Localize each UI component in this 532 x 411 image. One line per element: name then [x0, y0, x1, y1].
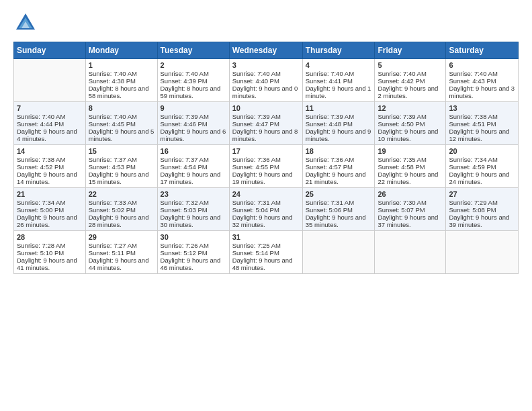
calendar-cell	[302, 231, 375, 274]
day-number: 5	[378, 61, 443, 69]
calendar-cell: 10Sunrise: 7:39 AMSunset: 4:47 PMDayligh…	[229, 102, 302, 145]
day-number: 2	[161, 61, 226, 69]
day-number: 10	[232, 104, 300, 112]
sunset: Sunset: 4:38 PM	[89, 77, 136, 85]
day-number: 8	[89, 104, 154, 112]
calendar-cell: 27Sunrise: 7:29 AMSunset: 5:08 PMDayligh…	[446, 188, 519, 231]
calendar-cell: 23Sunrise: 7:32 AMSunset: 5:03 PMDayligh…	[157, 188, 229, 231]
calendar-cell: 28Sunrise: 7:28 AMSunset: 5:10 PMDayligh…	[14, 231, 86, 274]
calendar-week-row: 14Sunrise: 7:38 AMSunset: 4:52 PMDayligh…	[14, 145, 519, 188]
sunrise: Sunrise: 7:40 AM	[449, 70, 497, 77]
calendar-header-row: SundayMondayTuesdayWednesdayThursdayFrid…	[14, 42, 519, 59]
sunset: Sunset: 4:44 PM	[17, 120, 64, 128]
daylight-hours: Daylight: 9 hours and 9 minutes.	[306, 128, 371, 142]
sunrise: Sunrise: 7:35 AM	[378, 156, 426, 163]
daylight-hours: Daylight: 9 hours and 35 minutes.	[306, 214, 366, 228]
daylight-hours: Daylight: 9 hours and 28 minutes.	[89, 214, 149, 228]
sunset: Sunset: 4:57 PM	[306, 163, 353, 171]
calendar-header-tuesday: Tuesday	[157, 42, 229, 59]
sunset: Sunset: 4:48 PM	[306, 120, 353, 128]
calendar-header-friday: Friday	[375, 42, 446, 59]
day-number: 6	[449, 61, 515, 69]
daylight-hours: Daylight: 9 hours and 3 minutes.	[449, 85, 515, 99]
sunset: Sunset: 4:55 PM	[232, 163, 279, 171]
calendar-cell: 12Sunrise: 7:39 AMSunset: 4:50 PMDayligh…	[375, 102, 446, 145]
calendar-cell: 21Sunrise: 7:34 AMSunset: 5:00 PMDayligh…	[14, 188, 86, 231]
sunrise: Sunrise: 7:39 AM	[306, 113, 354, 120]
sunset: Sunset: 4:54 PM	[161, 163, 208, 171]
sunrise: Sunrise: 7:38 AM	[17, 156, 65, 163]
sunrise: Sunrise: 7:27 AM	[89, 242, 137, 249]
header	[13, 11, 519, 35]
daylight-hours: Daylight: 9 hours and 19 minutes.	[232, 171, 293, 185]
daylight-hours: Daylight: 9 hours and 0 minutes.	[232, 85, 298, 99]
sunrise: Sunrise: 7:32 AM	[161, 199, 209, 206]
sunrise: Sunrise: 7:40 AM	[378, 70, 426, 77]
sunset: Sunset: 5:04 PM	[232, 206, 279, 214]
sunrise: Sunrise: 7:34 AM	[449, 156, 497, 163]
day-number: 22	[89, 190, 154, 198]
sunset: Sunset: 4:39 PM	[161, 77, 208, 85]
sunrise: Sunrise: 7:40 AM	[89, 70, 137, 77]
sunset: Sunset: 4:47 PM	[232, 120, 279, 128]
sunrise: Sunrise: 7:33 AM	[89, 199, 137, 206]
day-number: 26	[378, 190, 443, 198]
calendar-cell: 25Sunrise: 7:31 AMSunset: 5:06 PMDayligh…	[302, 188, 375, 231]
calendar-cell: 7Sunrise: 7:40 AMSunset: 4:44 PMDaylight…	[14, 102, 86, 145]
daylight-hours: Daylight: 9 hours and 21 minutes.	[306, 171, 366, 185]
day-number: 3	[232, 61, 300, 69]
daylight-hours: Daylight: 8 hours and 59 minutes.	[161, 85, 221, 99]
sunrise: Sunrise: 7:31 AM	[306, 199, 354, 206]
daylight-hours: Daylight: 9 hours and 12 minutes.	[449, 128, 509, 142]
sunrise: Sunrise: 7:39 AM	[232, 113, 281, 120]
sunrise: Sunrise: 7:30 AM	[378, 199, 426, 206]
sunset: Sunset: 4:59 PM	[449, 163, 496, 171]
day-number: 1	[89, 61, 154, 69]
sunrise: Sunrise: 7:28 AM	[17, 242, 65, 249]
day-number: 16	[161, 147, 226, 155]
calendar-cell: 22Sunrise: 7:33 AMSunset: 5:02 PMDayligh…	[85, 188, 157, 231]
sunrise: Sunrise: 7:40 AM	[17, 113, 65, 120]
day-number: 24	[232, 190, 300, 198]
daylight-hours: Daylight: 9 hours and 37 minutes.	[378, 214, 438, 228]
sunrise: Sunrise: 7:40 AM	[161, 70, 209, 77]
day-number: 21	[17, 190, 83, 198]
daylight-hours: Daylight: 9 hours and 10 minutes.	[378, 128, 438, 142]
calendar-cell: 17Sunrise: 7:36 AMSunset: 4:55 PMDayligh…	[229, 145, 302, 188]
sunset: Sunset: 4:46 PM	[161, 120, 208, 128]
calendar-cell: 26Sunrise: 7:30 AMSunset: 5:07 PMDayligh…	[375, 188, 446, 231]
calendar-week-row: 21Sunrise: 7:34 AMSunset: 5:00 PMDayligh…	[14, 188, 519, 231]
sunset: Sunset: 4:45 PM	[89, 120, 136, 128]
calendar-cell: 9Sunrise: 7:39 AMSunset: 4:46 PMDaylight…	[157, 102, 229, 145]
sunset: Sunset: 5:03 PM	[161, 206, 208, 214]
sunrise: Sunrise: 7:36 AM	[232, 156, 281, 163]
sunrise: Sunrise: 7:25 AM	[232, 242, 281, 249]
daylight-hours: Daylight: 9 hours and 26 minutes.	[17, 214, 77, 228]
daylight-hours: Daylight: 9 hours and 5 minutes.	[89, 128, 154, 142]
calendar-cell	[14, 59, 86, 102]
daylight-hours: Daylight: 9 hours and 15 minutes.	[89, 171, 149, 185]
sunset: Sunset: 4:52 PM	[17, 163, 64, 171]
sunrise: Sunrise: 7:39 AM	[378, 113, 426, 120]
day-number: 27	[449, 190, 515, 198]
calendar-header-saturday: Saturday	[446, 42, 519, 59]
calendar-cell	[375, 231, 446, 274]
calendar-cell: 19Sunrise: 7:35 AMSunset: 4:58 PMDayligh…	[375, 145, 446, 188]
calendar-cell: 14Sunrise: 7:38 AMSunset: 4:52 PMDayligh…	[14, 145, 86, 188]
daylight-hours: Daylight: 9 hours and 22 minutes.	[378, 171, 438, 185]
calendar-cell: 30Sunrise: 7:26 AMSunset: 5:12 PMDayligh…	[157, 231, 229, 274]
sunrise: Sunrise: 7:34 AM	[17, 199, 65, 206]
calendar-cell: 29Sunrise: 7:27 AMSunset: 5:11 PMDayligh…	[85, 231, 157, 274]
daylight-hours: Daylight: 9 hours and 2 minutes.	[378, 85, 438, 99]
calendar-cell: 5Sunrise: 7:40 AMSunset: 4:42 PMDaylight…	[375, 59, 446, 102]
sunset: Sunset: 5:14 PM	[232, 249, 279, 257]
sunrise: Sunrise: 7:26 AM	[161, 242, 209, 249]
calendar: SundayMondayTuesdayWednesdayThursdayFrid…	[13, 42, 519, 274]
daylight-hours: Daylight: 8 hours and 58 minutes.	[89, 85, 149, 99]
day-number: 18	[306, 147, 372, 155]
sunset: Sunset: 5:07 PM	[378, 206, 425, 214]
day-number: 11	[306, 104, 372, 112]
daylight-hours: Daylight: 9 hours and 1 minute.	[306, 85, 371, 99]
sunset: Sunset: 5:11 PM	[89, 249, 136, 257]
sunset: Sunset: 5:10 PM	[17, 249, 64, 257]
